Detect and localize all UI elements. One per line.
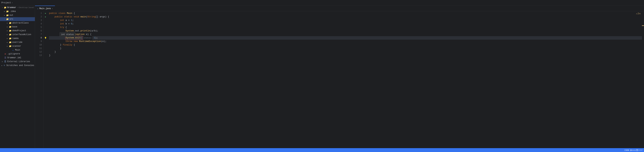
code-line-1: public class Main { xyxy=(49,12,642,15)
sidebar-item-gitignore[interactable]: ▶ ⊘ .gitignore xyxy=(0,52,35,56)
gutter-empty-7 xyxy=(44,33,48,36)
sidebar-item-label: base xyxy=(12,26,17,28)
brace: { xyxy=(72,43,75,47)
fn-exit: exit xyxy=(75,37,80,39)
sidebar-item-label: abstractClass xyxy=(12,22,29,24)
indent xyxy=(49,40,66,43)
indent xyxy=(49,26,60,29)
tab-main-java[interactable]: ☕ Main.java ✕ xyxy=(35,6,55,11)
sidebar-item-abstractclass[interactable]: ▶ 📁 abstractClass xyxy=(0,21,35,25)
indent xyxy=(49,43,60,47)
gitignore-icon: ⊘ xyxy=(4,53,7,55)
sidebar-item-label: override xyxy=(12,41,22,44)
sidebar-item-src[interactable]: ▾ 📁 src xyxy=(0,17,35,21)
sidebar-item-label: demoProject xyxy=(12,30,26,32)
kw-class: class xyxy=(59,12,67,15)
line-numbers: 1 2 3 4 5 6 7 8 9 10 11 12 13 xyxy=(35,11,44,148)
code-line-10: } finally { xyxy=(49,43,642,47)
sidebar-item-demoproject[interactable]: ▶ 📁 demoProject xyxy=(0,29,35,33)
sidebar-item-label: .gitignore xyxy=(7,53,20,55)
run-line-2[interactable]: ▶ xyxy=(44,15,48,19)
ln-9: 9 xyxy=(35,40,42,43)
project-name: Grammar xyxy=(7,6,16,9)
arrow-collapsed-icon: ▶ xyxy=(4,14,6,16)
project-chevron: ▾ xyxy=(12,2,13,4)
space2 xyxy=(92,36,94,40)
arrow-collapsed-icon: ▶ xyxy=(6,34,8,36)
sidebar-item-grammar-iml[interactable]: ▶ ☰ Grammar.iml xyxy=(0,56,35,60)
indent xyxy=(49,50,54,54)
run-line-1[interactable]: ▶ xyxy=(44,12,48,15)
gutter-empty-13 xyxy=(44,54,48,57)
ln-5: 5 xyxy=(35,26,42,29)
close-paren: ); xyxy=(95,36,98,40)
arrow-collapsed-icon: ▶ xyxy=(4,10,6,13)
semi: ; xyxy=(72,22,74,26)
arrow-collapsed-icon: ▶ xyxy=(6,22,8,24)
bulb-icon: 💡 xyxy=(44,37,47,39)
run-arrow-icon: ▶ xyxy=(45,12,46,14)
sidebar-item-out[interactable]: ▶ 📁 out xyxy=(0,13,35,17)
arg-div: (a/b); xyxy=(90,29,98,33)
ln-10: 10 xyxy=(35,43,42,47)
sidebar-item-external-libraries[interactable]: ▶ 🗄 External Libraries xyxy=(0,60,35,64)
sidebar-item-grammar[interactable]: ▾ 📁 Grammar ~/Desktop/JavaC xyxy=(0,6,35,10)
sidebar-item-label: scanner xyxy=(12,45,21,47)
arrow-collapsed-icon: ▶ xyxy=(6,26,8,28)
tab-bar: ☕ Main.java ✕ xyxy=(35,6,644,11)
code-editor[interactable]: public class Main { public static void m… xyxy=(48,11,642,148)
brace-open: { xyxy=(72,12,75,15)
sidebar-item-scanner[interactable]: ▶ 📁 scanner xyxy=(0,44,35,48)
sidebar-item-base[interactable]: ▶ 📁 base xyxy=(0,25,35,29)
kw-finally: finally xyxy=(63,43,72,47)
code-line-4: int b = 0; xyxy=(49,22,642,26)
kw-throw: throw xyxy=(66,40,74,43)
sidebar-item-lamda[interactable]: ▶ 📁 lamda xyxy=(0,37,35,40)
indent xyxy=(49,15,54,19)
tooltip-text: int status xyxy=(61,33,74,36)
kw-new: new xyxy=(74,40,79,43)
cls-system: System xyxy=(66,37,74,39)
brace: { xyxy=(64,26,67,29)
title-bar: Project ▾ xyxy=(0,0,644,6)
project-path: ~/Desktop/JavaC xyxy=(17,7,34,9)
scratches-icon: ≡ xyxy=(3,64,6,67)
close-brace: } xyxy=(49,54,50,57)
code-line-6: System.out.println(a/b); xyxy=(49,29,642,33)
gutter-empty-9 xyxy=(44,40,48,43)
folder-icon: 📁 xyxy=(4,6,7,9)
folder-icon: 📁 xyxy=(6,18,9,21)
sidebar-item-scratches[interactable]: ▶ ≡ Scratches and Consoles xyxy=(0,64,35,67)
kw-try: try xyxy=(60,26,64,29)
project-label[interactable]: Project ▾ xyxy=(2,2,13,4)
sidebar-item-main[interactable]: ▶ ☕ Main xyxy=(0,48,35,52)
arrow-collapsed-icon: ▶ xyxy=(2,61,4,63)
tab-label: Main.java xyxy=(40,7,51,10)
sidebar-item-label: out xyxy=(10,14,13,17)
ln-12: 12 xyxy=(35,50,42,54)
sidebar-item-interfaceaction[interactable]: ▶ 📁 interfaceAction xyxy=(0,33,35,37)
sidebar-item-label: .idea xyxy=(10,10,16,13)
sidebar-item-idea[interactable]: ▶ 📁 .idea xyxy=(0,10,35,13)
arrow-collapsed-icon: ▶ xyxy=(6,41,8,43)
sidebar-item-override[interactable]: ▶ 📁 override xyxy=(0,40,35,44)
code-line-5: try { xyxy=(49,26,642,29)
gutter-bulb-8[interactable]: 💡 xyxy=(44,36,48,40)
num-1: 1 xyxy=(71,19,72,22)
cls-system: System xyxy=(66,29,74,33)
tab-close-button[interactable]: ✕ xyxy=(52,8,53,10)
gutter-empty-5 xyxy=(44,26,48,29)
arrow-open-icon: ▾ xyxy=(4,18,6,20)
folder-icon: 📁 xyxy=(6,14,9,17)
ln-3: 3 xyxy=(35,19,42,22)
status-bar: CSDN @cccc慧rrrr xyxy=(0,148,644,152)
arrow-collapsed-icon: ▶ xyxy=(6,30,8,32)
folder-icon: 📁 xyxy=(9,33,12,36)
ln-2: 2 xyxy=(35,15,42,19)
num-0: 0 xyxy=(71,22,72,26)
kw-static: static xyxy=(64,15,74,19)
folder-icon: 📁 xyxy=(9,22,12,24)
close-brace: } xyxy=(60,47,61,50)
code-line-2: public static void main(String[] args) { xyxy=(49,15,642,19)
gutter-empty-12 xyxy=(44,50,48,54)
